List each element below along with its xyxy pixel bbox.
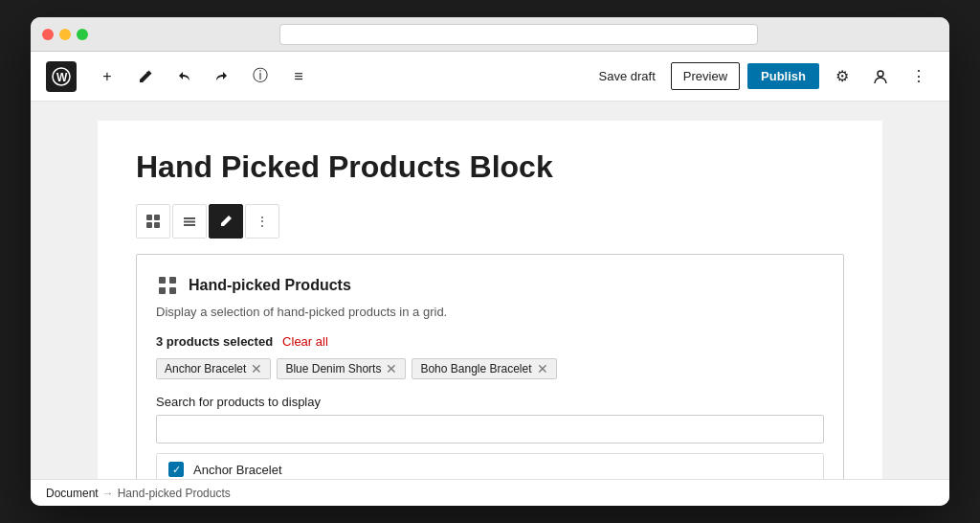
minimize-button[interactable] xyxy=(59,29,71,40)
pen-button[interactable] xyxy=(130,61,161,92)
svg-rect-8 xyxy=(184,221,195,223)
block-title: Hand-picked Products xyxy=(189,277,351,294)
more-options-icon[interactable]: ⋮ xyxy=(903,61,934,92)
breadcrumb-separator: → xyxy=(102,487,114,500)
tag-remove-anchor[interactable]: ✕ xyxy=(251,362,262,375)
grid-view-button[interactable] xyxy=(136,204,170,239)
traffic-lights xyxy=(42,29,88,40)
products-selected-row: 3 products selected Clear all xyxy=(156,334,824,349)
svg-rect-11 xyxy=(169,277,176,284)
info-button[interactable]: ⓘ xyxy=(245,61,276,92)
wp-logo[interactable]: W xyxy=(46,61,77,92)
svg-point-2 xyxy=(878,71,883,77)
tag-remove-denim[interactable]: ✕ xyxy=(386,362,397,375)
status-bar: Document → Hand-picked Products xyxy=(31,479,949,506)
product-name-anchor: Anchor Bracelet xyxy=(193,463,282,477)
add-block-button[interactable]: + xyxy=(92,61,122,92)
search-label: Search for products to display xyxy=(156,395,824,409)
svg-rect-9 xyxy=(184,224,195,226)
svg-rect-10 xyxy=(159,277,166,284)
products-selected-label: 3 products selected xyxy=(156,334,273,349)
publish-button[interactable]: Publish xyxy=(747,63,819,89)
save-draft-button[interactable]: Save draft xyxy=(591,63,663,89)
list-view-button[interactable]: ≡ xyxy=(283,61,314,92)
product-list: Anchor Bracelet Basic Blue Jeans Black O… xyxy=(156,453,824,479)
tag-label-bangle: Boho Bangle Bracelet xyxy=(420,362,531,375)
editor-content: Hand Picked Products Block xyxy=(98,121,882,479)
page-title[interactable]: Hand Picked Products Block xyxy=(136,149,844,185)
svg-rect-7 xyxy=(184,217,195,219)
editor-toolbar: W + ⓘ ≡ Save draft Preview Publish ⚙ xyxy=(31,52,949,102)
block-header: Hand-picked Products xyxy=(156,274,824,297)
search-input[interactable] xyxy=(156,415,824,443)
tag-label-anchor: Anchor Bracelet xyxy=(165,362,246,375)
tag-remove-bangle[interactable]: ✕ xyxy=(537,362,548,375)
svg-rect-5 xyxy=(146,222,152,228)
user-icon[interactable] xyxy=(865,61,896,92)
svg-rect-4 xyxy=(154,215,160,220)
block-description: Display a selection of hand-picked produ… xyxy=(156,305,824,319)
svg-rect-13 xyxy=(169,287,176,294)
svg-rect-12 xyxy=(159,287,166,294)
breadcrumb-document[interactable]: Document xyxy=(46,487,99,500)
checkbox-anchor[interactable] xyxy=(168,462,184,477)
block-toolbar: ⋮ xyxy=(136,204,844,239)
undo-button[interactable] xyxy=(168,61,199,92)
svg-rect-3 xyxy=(146,215,152,220)
product-tags: Anchor Bracelet ✕ Blue Denim Shorts ✕ Bo… xyxy=(156,358,824,379)
more-block-options-button[interactable]: ⋮ xyxy=(245,204,279,239)
preview-button[interactable]: Preview xyxy=(671,62,740,90)
block-container: Hand-picked Products Display a selection… xyxy=(136,254,844,479)
product-item-anchor[interactable]: Anchor Bracelet xyxy=(157,454,823,479)
title-bar xyxy=(31,17,949,52)
svg-rect-6 xyxy=(154,222,160,228)
block-icon xyxy=(156,274,179,297)
product-tag-anchor: Anchor Bracelet ✕ xyxy=(156,358,271,379)
breadcrumb-current[interactable]: Hand-picked Products xyxy=(118,487,231,500)
close-button[interactable] xyxy=(42,29,54,40)
transform-button[interactable] xyxy=(172,204,207,239)
tag-label-denim: Blue Denim Shorts xyxy=(285,362,381,375)
editor-area: Hand Picked Products Block xyxy=(31,102,949,479)
maximize-button[interactable] xyxy=(77,29,88,40)
product-tag-bangle: Boho Bangle Bracelet ✕ xyxy=(412,358,556,379)
redo-button[interactable] xyxy=(207,61,237,92)
editor-window: W + ⓘ ≡ Save draft Preview Publish ⚙ xyxy=(31,17,949,506)
toolbar-right: Save draft Preview Publish ⚙ ⋮ xyxy=(591,61,934,92)
product-tag-denim: Blue Denim Shorts ✕ xyxy=(277,358,406,379)
svg-text:W: W xyxy=(56,71,68,84)
edit-block-button[interactable] xyxy=(209,204,243,239)
clear-all-button[interactable]: Clear all xyxy=(282,334,328,349)
url-bar[interactable] xyxy=(279,24,758,45)
settings-icon[interactable]: ⚙ xyxy=(827,61,858,92)
